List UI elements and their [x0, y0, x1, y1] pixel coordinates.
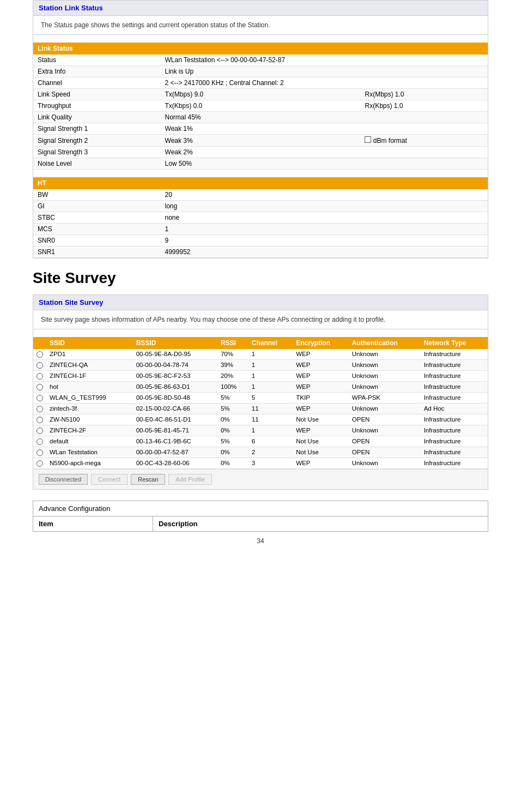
survey-bssid: 00-05-9E-8C-F2-53: [133, 370, 217, 381]
survey-bssid: 00-05-9E-81-45-71: [133, 425, 217, 436]
link-status-header: Link Status: [33, 43, 488, 55]
link-status-value: Link is Up: [161, 66, 361, 77]
ht-value: 20: [161, 189, 488, 201]
link-status-label: Signal Strength 1: [33, 123, 161, 135]
ht-table: HT BW20GIlongSTBCnoneMCS1SNR09SNR1499995…: [33, 177, 488, 258]
advance-item-col: Item: [33, 516, 153, 531]
row-radio[interactable]: [33, 414, 46, 425]
survey-ssid: ZW-N5100: [46, 414, 133, 425]
survey-auth: Unknown: [349, 381, 421, 392]
table-row[interactable]: hot00-05-9E-86-63-D1100%1WEPUnknownInfra…: [33, 381, 488, 392]
row-radio[interactable]: [33, 436, 46, 447]
survey-col-header: SSID: [46, 337, 133, 349]
link-status-extra: [360, 123, 488, 135]
advance-desc-col: Description: [153, 516, 203, 531]
page-number: 34: [33, 537, 488, 545]
survey-rssi: 100%: [217, 381, 249, 392]
survey-rssi: 0%: [217, 458, 249, 468]
ht-label: BW: [33, 189, 161, 201]
survey-rssi: 20%: [217, 370, 249, 381]
survey-encryption: Not Use: [293, 414, 349, 425]
ht-value: none: [161, 212, 488, 224]
site-survey-heading: Site Survey: [33, 269, 488, 287]
survey-col-header: Channel: [249, 337, 293, 349]
survey-ssid: ZINTECH-2F: [46, 425, 133, 436]
survey-channel: 11: [249, 414, 293, 425]
survey-channel: 1: [249, 349, 293, 359]
row-radio[interactable]: [33, 425, 46, 436]
survey-nettype: Infrastructure: [421, 414, 488, 425]
survey-rssi: 39%: [217, 359, 249, 370]
survey-rssi: 0%: [217, 447, 249, 458]
survey-auth: Unknown: [349, 403, 421, 414]
table-row[interactable]: ZINTECH-2F00-05-9E-81-45-710%1WEPUnknown…: [33, 425, 488, 436]
table-row[interactable]: ZINTECH-1F00-05-9E-8C-F2-5320%1WEPUnknow…: [33, 370, 488, 381]
survey-nettype: Ad Hoc: [421, 403, 488, 414]
row-radio[interactable]: [33, 349, 46, 359]
link-status-value: 2 <--> 2417000 KHz ; Central Channel: 2: [161, 77, 361, 89]
row-radio[interactable]: [33, 403, 46, 414]
ht-value: long: [161, 201, 488, 212]
connection-status: Disconnected: [39, 474, 88, 485]
ht-label: SNR0: [33, 235, 161, 246]
survey-ssid: WLAN_G_TEST999: [46, 392, 133, 403]
survey-bssid: 00-E0-4C-86-51-D1: [133, 414, 217, 425]
link-status-value: Tx(Kbps) 0.0: [161, 100, 361, 112]
link-status-extra: [360, 66, 488, 77]
survey-channel: 1: [249, 425, 293, 436]
link-status-title: Station Link Status: [39, 4, 103, 12]
survey-channel: 1: [249, 381, 293, 392]
link-status-label: Link Speed: [33, 89, 161, 100]
link-status-description: The Status page shows the settings and c…: [33, 16, 488, 35]
survey-nettype: Infrastructure: [421, 436, 488, 447]
ht-label: STBC: [33, 212, 161, 224]
table-row[interactable]: ZW-N510000-E0-4C-86-51-D10%11Not UseOPEN…: [33, 414, 488, 425]
row-radio[interactable]: [33, 392, 46, 403]
survey-auth: WPA-PSK: [349, 392, 421, 403]
survey-nettype: Infrastructure: [421, 425, 488, 436]
survey-col-header: Encryption: [293, 337, 349, 349]
table-row[interactable]: ZPD100-05-9E-8A-D0-9570%1WEPUnknownInfra…: [33, 349, 488, 359]
table-row[interactable]: ZINTECH-QA00-00-00-04-78-7439%1WEPUnknow…: [33, 359, 488, 370]
survey-rssi: 0%: [217, 414, 249, 425]
table-row[interactable]: zintech-3f02-15-00-02-CA-665%11WEPUnknow…: [33, 403, 488, 414]
survey-auth: OPEN: [349, 414, 421, 425]
table-row[interactable]: WLAN_G_TEST99900-05-9E-8D-50-485%5TKIPWP…: [33, 392, 488, 403]
link-status-label: Link Quality: [33, 112, 161, 123]
survey-auth: Unknown: [349, 349, 421, 359]
link-status-extra: dBm format: [360, 135, 488, 147]
survey-ssid: ZINTECH-1F: [46, 370, 133, 381]
rescan-button[interactable]: Rescan: [131, 474, 165, 485]
row-radio[interactable]: [33, 359, 46, 370]
survey-ssid: default: [46, 436, 133, 447]
row-radio[interactable]: [33, 381, 46, 392]
survey-encryption: WEP: [293, 458, 349, 468]
survey-nettype: Infrastructure: [421, 392, 488, 403]
survey-rssi: 0%: [217, 425, 249, 436]
connect-button[interactable]: Connect: [91, 474, 128, 485]
link-status-value: Weak 2%: [161, 147, 361, 158]
row-radio[interactable]: [33, 370, 46, 381]
row-radio[interactable]: [33, 458, 46, 468]
survey-encryption: WEP: [293, 349, 349, 359]
survey-encryption: TKIP: [293, 392, 349, 403]
survey-bssid: 00-13-46-C1-9B-6C: [133, 436, 217, 447]
link-status-extra: [360, 77, 488, 89]
survey-auth: OPEN: [349, 447, 421, 458]
dbm-checkbox[interactable]: [365, 136, 371, 143]
survey-rssi: 5%: [217, 403, 249, 414]
table-row[interactable]: N5900-apcli-mega00-0C-43-28-60-060%3WEPU…: [33, 458, 488, 468]
ht-label: MCS: [33, 224, 161, 235]
row-radio[interactable]: [33, 447, 46, 458]
survey-encryption: WEP: [293, 381, 349, 392]
link-status-table: Link Status StatusWLan Teststation <--> …: [33, 43, 488, 170]
link-status-value: Low 50%: [161, 158, 361, 170]
table-row[interactable]: default00-13-46-C1-9B-6C5%6Not UseOPENIn…: [33, 436, 488, 447]
link-status-title-bar: Station Link Status: [33, 1, 488, 16]
survey-ssid: ZPD1: [46, 349, 133, 359]
link-status-value: Normal 45%: [161, 112, 361, 123]
link-status-extra: Rx(Mbps) 1.0: [360, 89, 488, 100]
add-profile-button[interactable]: Add Profile: [168, 474, 212, 485]
table-row[interactable]: WLan Teststation00-00-00-47-52-870%2Not …: [33, 447, 488, 458]
advance-config-header: Advance Configuration: [33, 501, 488, 516]
